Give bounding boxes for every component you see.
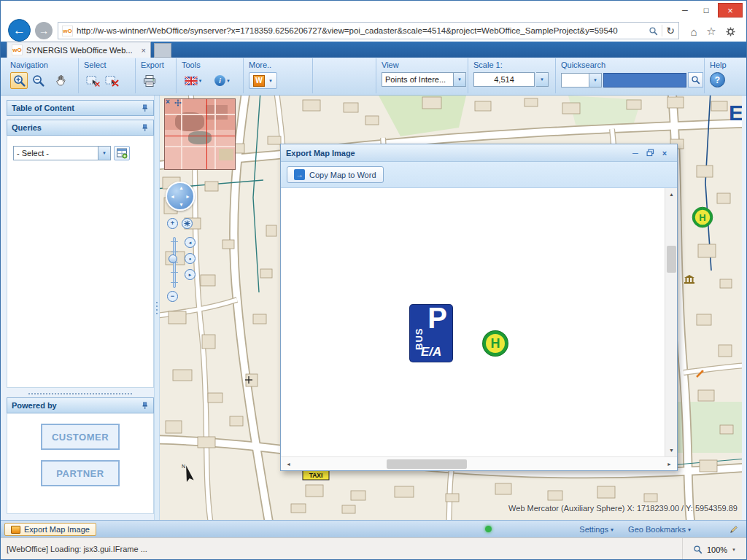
scroll-left-button[interactable]: ◄: [282, 458, 295, 470]
forward-button[interactable]: →: [35, 22, 53, 39]
panel-splitter[interactable]: [28, 393, 132, 394]
zoom-out-widget-button[interactable]: −: [167, 291, 178, 302]
sidebar-header-powered-by[interactable]: Powered by: [7, 397, 154, 413]
pan-hand-icon: [55, 74, 69, 88]
dialog-titlebar[interactable]: Export Map Image ─ ×: [281, 144, 677, 162]
next-extent-button[interactable]: ►: [185, 269, 196, 280]
toolbar-group-quicksearch: Quicksearch ▼: [555, 58, 704, 93]
window-maximize-button[interactable]: □: [697, 3, 716, 18]
window-close-button[interactable]: ×: [718, 3, 743, 18]
dialog-horizontal-scrollbar[interactable]: ◄ ►: [281, 456, 677, 470]
query-table-button[interactable]: [114, 146, 130, 160]
refresh-button[interactable]: ↻: [666, 25, 675, 36]
print-button[interactable]: [141, 72, 158, 89]
view-select[interactable]: Points of Intere... ▼: [382, 72, 466, 87]
partner-logo[interactable]: PARTNER: [41, 460, 120, 486]
overview-map[interactable]: [164, 98, 236, 170]
dialog-vertical-scrollbar[interactable]: ▲ ▼: [665, 188, 677, 456]
pan-rose[interactable]: ▲ ▼ ◄ ►: [166, 182, 195, 211]
help-icon: ?: [715, 75, 720, 85]
pin-icon[interactable]: [141, 402, 149, 410]
customer-logo[interactable]: CUSTOMER: [41, 424, 120, 450]
close-icon: ×: [727, 5, 733, 16]
window-titlebar: ─ □ ×: [1, 1, 746, 20]
search-icon[interactable]: [649, 26, 658, 36]
section-title: Queries: [12, 123, 42, 132]
toolbar-group-help: Help ?: [704, 58, 743, 93]
select-features-button[interactable]: [84, 72, 101, 89]
info-tool-button[interactable]: i▼: [211, 72, 234, 89]
center-extent-button[interactable]: ●: [185, 253, 196, 264]
horizontal-scroll-thumb[interactable]: [387, 459, 467, 469]
scroll-up-button[interactable]: ▲: [665, 188, 677, 201]
vertical-scroll-thumb[interactable]: [667, 246, 676, 273]
pan-right-icon[interactable]: ►: [185, 194, 190, 199]
sidebar-header-queries[interactable]: Queries: [7, 120, 154, 136]
back-arrow-icon: ←: [13, 23, 26, 38]
export-map-image-task-button[interactable]: Export Map Image: [4, 523, 96, 536]
group-label: Navigation: [10, 61, 78, 69]
app-taskbar: Export Map Image Settings ▾ Geo Bookmark…: [1, 520, 746, 537]
info-icon: i: [214, 75, 225, 86]
map-label-e: E: [729, 101, 742, 125]
zoom-slider-handle[interactable]: [169, 254, 177, 263]
chevron-down-icon: ▼: [268, 79, 273, 83]
new-tab-button[interactable]: [154, 43, 171, 58]
zoom-control[interactable]: 100% ▼: [682, 538, 746, 560]
tab-close-button[interactable]: ×: [142, 46, 146, 55]
group-label: Quicksearch: [561, 61, 704, 69]
copy-map-to-word-button[interactable]: → Copy Map to Word: [287, 166, 384, 183]
overview-close-button[interactable]: ×: [166, 98, 170, 106]
bus-stop-letter: H: [491, 336, 500, 351]
image-icon: [11, 526, 20, 534]
home-button[interactable]: ⌂: [686, 25, 701, 38]
zoom-out-button[interactable]: [29, 72, 47, 89]
zoom-in-widget-button[interactable]: +: [167, 218, 178, 229]
gear-icon: [725, 26, 736, 37]
pan-left-icon[interactable]: ◄: [170, 194, 175, 199]
restore-icon: [646, 149, 654, 157]
sidebar-header-table-of-content[interactable]: Table of Content: [7, 100, 154, 116]
scroll-down-button[interactable]: ▼: [665, 444, 677, 456]
url-divider: [662, 25, 662, 36]
quicksearch-button[interactable]: [688, 72, 703, 88]
help-button[interactable]: ?: [710, 72, 725, 88]
dialog-close-button[interactable]: ×: [657, 147, 672, 159]
tab-favicon: wO: [12, 44, 23, 55]
window-minimize-button[interactable]: ─: [676, 3, 694, 18]
redline-tool-button[interactable]: [729, 524, 739, 534]
pan-up-icon[interactable]: ▲: [179, 185, 184, 190]
language-button[interactable]: ▼: [182, 72, 205, 89]
previous-extent-button[interactable]: ◄: [185, 237, 196, 248]
dialog-restore-button[interactable]: [643, 147, 657, 159]
sidebar-splitter[interactable]: [154, 96, 160, 520]
back-button[interactable]: ←: [8, 19, 31, 42]
url-input[interactable]: [77, 23, 645, 38]
pin-icon[interactable]: [141, 124, 149, 132]
overview-move-handle[interactable]: [174, 99, 182, 106]
right-arrow-icon: ►: [188, 273, 193, 277]
dialog-minimize-button[interactable]: ─: [628, 147, 643, 159]
bus-stop-symbol: H: [692, 207, 713, 228]
quicksearch-input[interactable]: [603, 73, 686, 88]
map-canvas[interactable]: H TAXI N E: [160, 96, 742, 520]
full-extent-button[interactable]: [182, 218, 193, 229]
favorites-button[interactable]: ☆: [704, 25, 719, 38]
geo-bookmarks-menu[interactable]: Geo Bookmarks ▾: [628, 525, 691, 534]
zoom-in-button[interactable]: [10, 72, 28, 89]
scroll-right-button[interactable]: ►: [663, 458, 676, 470]
word-export-button[interactable]: W ▼: [249, 72, 277, 89]
pan-down-icon[interactable]: ▼: [179, 202, 184, 207]
pan-button[interactable]: [53, 72, 70, 89]
pin-icon[interactable]: [141, 104, 149, 112]
svg-text:H: H: [699, 212, 705, 223]
quicksearch-category-select[interactable]: ▼: [561, 73, 602, 88]
clear-selection-button[interactable]: [103, 72, 120, 89]
scale-dropdown-button[interactable]: ▼: [536, 72, 549, 87]
scale-input[interactable]: [473, 72, 535, 87]
browser-tab[interactable]: wO SYNERGIS WebOffice Web... ×: [7, 42, 151, 58]
toolbar-group-tools: Tools ▼ i▼: [176, 58, 243, 93]
query-select[interactable]: - Select - ▼: [13, 146, 111, 160]
settings-button[interactable]: [723, 25, 738, 38]
settings-menu[interactable]: Settings ▾: [579, 525, 614, 534]
